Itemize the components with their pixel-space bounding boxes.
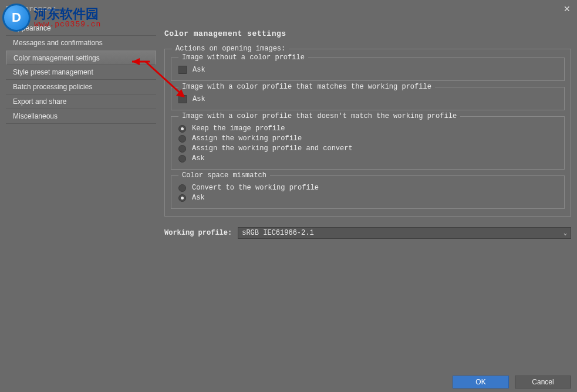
group-legend: Image with a color profile that doesn't … bbox=[178, 112, 460, 120]
radio-assign[interactable] bbox=[178, 135, 186, 143]
ok-button[interactable]: OK bbox=[453, 376, 509, 388]
sidebar-item-label: Style preset management bbox=[13, 68, 93, 76]
radio-label: Assign the working profile and convert bbox=[192, 144, 353, 153]
group-legend: Image with a color profile that matches … bbox=[178, 83, 435, 91]
radio-assign-convert[interactable] bbox=[178, 145, 186, 153]
radio-ask[interactable] bbox=[178, 194, 186, 202]
sidebar-item-label: Messages and confirmations bbox=[13, 39, 103, 47]
cancel-button[interactable]: Cancel bbox=[515, 376, 571, 388]
group-no-profile: Image without a color profile Ask bbox=[171, 58, 565, 81]
working-profile-row: Working profile: sRGB IEC61966-2.1 ⌄ bbox=[164, 227, 571, 239]
sidebar-item-messages[interactable]: Messages and confirmations bbox=[6, 36, 156, 50]
sidebar-item-label: Export and share bbox=[13, 97, 66, 106]
radio-label: Ask bbox=[192, 194, 205, 202]
sidebar: Appearance Messages and confirmations Co… bbox=[6, 21, 156, 364]
cancel-label: Cancel bbox=[532, 378, 554, 386]
sidebar-item-color-management[interactable]: Color management settings bbox=[6, 50, 156, 65]
group-mismatch-profile: Image with a color profile that doesn't … bbox=[171, 116, 565, 170]
sidebar-item-export[interactable]: Export and share bbox=[6, 94, 156, 109]
radio-keep[interactable] bbox=[178, 125, 186, 133]
sidebar-item-label: Color management settings bbox=[14, 54, 100, 62]
sidebar-item-batch[interactable]: Batch processing policies bbox=[6, 80, 156, 94]
page-title: Color management settings bbox=[164, 29, 571, 38]
ask-checkbox[interactable] bbox=[178, 95, 187, 103]
radio-label: Keep the image profile bbox=[192, 124, 285, 133]
working-profile-select[interactable]: sRGB IEC61966-2.1 ⌄ bbox=[238, 227, 571, 239]
group-color-space-mismatch: Color space mismatch Convert to the work… bbox=[171, 175, 565, 209]
ok-label: OK bbox=[475, 378, 485, 386]
working-profile-label: Working profile: bbox=[164, 229, 232, 237]
radio-label: Ask bbox=[192, 154, 205, 163]
sidebar-item-appearance[interactable]: Appearance bbox=[6, 21, 156, 36]
radio-label: Assign the working profile bbox=[192, 134, 302, 143]
radio-label: Convert to the working profile bbox=[192, 184, 319, 192]
window-title: Preferences bbox=[6, 5, 56, 13]
main-panel: Color management settings Actions on ope… bbox=[164, 21, 571, 364]
close-icon[interactable]: ✕ bbox=[562, 4, 572, 14]
sidebar-item-misc[interactable]: Miscellaneous bbox=[6, 109, 156, 124]
group-legend: Image without a color profile bbox=[178, 53, 308, 62]
select-value: sRGB IEC61966-2.1 bbox=[242, 229, 313, 237]
radio-ask[interactable] bbox=[178, 155, 186, 163]
radio-convert[interactable] bbox=[178, 184, 186, 192]
ask-label: Ask bbox=[193, 66, 205, 74]
sidebar-item-label: Batch processing policies bbox=[13, 83, 92, 91]
actions-legend: Actions on opening images: bbox=[172, 45, 289, 53]
ask-label: Ask bbox=[193, 95, 205, 103]
sidebar-item-label: Appearance bbox=[13, 24, 51, 32]
sidebar-item-style-preset[interactable]: Style preset management bbox=[6, 65, 156, 80]
sidebar-item-label: Miscellaneous bbox=[13, 112, 58, 120]
ask-checkbox[interactable] bbox=[178, 66, 187, 74]
chevron-down-icon: ⌄ bbox=[563, 229, 567, 236]
group-matches-profile: Image with a color profile that matches … bbox=[171, 87, 565, 110]
group-legend: Color space mismatch bbox=[178, 171, 270, 180]
actions-group: Actions on opening images: Image without… bbox=[164, 49, 571, 217]
